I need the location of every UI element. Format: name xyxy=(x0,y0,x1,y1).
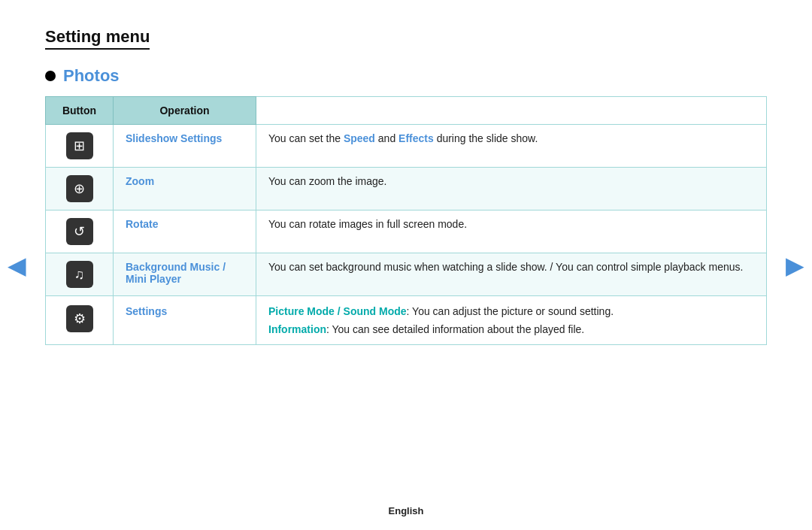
description-cell: You can rotate images in full screen mod… xyxy=(256,210,767,253)
description-paragraph-1: Picture Mode / Sound Mode: You can adjus… xyxy=(268,305,754,317)
label-cell: Background Music /Mini Player xyxy=(114,253,256,296)
section-title: Photos xyxy=(63,66,120,86)
description-cell: You can set background music when watchi… xyxy=(256,253,767,296)
button-cell: ♫ xyxy=(46,253,114,296)
table-header-row: Button Operation xyxy=(46,97,767,125)
description-cell: You can set the Speed and Effects during… xyxy=(256,125,767,168)
zoom-icon: ⊕ xyxy=(66,175,93,202)
picture-sound-mode-link: Picture Mode / Sound Mode xyxy=(268,305,407,317)
col-operation-header: Operation xyxy=(114,97,256,125)
table-row: ↺RotateYou can rotate images in full scr… xyxy=(46,210,767,253)
button-cell: ⊞ xyxy=(46,125,114,168)
rotate-icon: ↺ xyxy=(66,218,93,245)
nav-arrow-left[interactable]: ◀ xyxy=(8,251,26,280)
feature-label: Settings xyxy=(126,305,167,317)
nav-arrow-right[interactable]: ▶ xyxy=(786,251,804,280)
description-cell: You can zoom the image. xyxy=(256,168,767,210)
description-text: Speed xyxy=(344,132,375,144)
table-row: ⊞Slideshow SettingsYou can set the Speed… xyxy=(46,125,767,168)
table-row: ⚙SettingsPicture Mode / Sound Mode: You … xyxy=(46,296,767,345)
description-text: You can zoom the image. xyxy=(268,175,386,187)
information-link: Information xyxy=(268,323,326,335)
label-cell: Zoom xyxy=(114,168,256,210)
label-cell: Slideshow Settings xyxy=(114,125,256,168)
description-paragraph-2: Information: You can see detailed inform… xyxy=(268,323,754,335)
section-header: Photos xyxy=(45,66,767,86)
description-text: You can set background music when watchi… xyxy=(268,261,743,273)
feature-label: Slideshow Settings xyxy=(126,132,222,144)
description-text: during the slide show. xyxy=(434,132,538,144)
table-row: ⊕ZoomYou can zoom the image. xyxy=(46,168,767,210)
description-text: and xyxy=(375,132,398,144)
description-text: You can rotate images in full screen mod… xyxy=(268,218,467,230)
description-text: You can set the xyxy=(268,132,344,144)
col-button-header: Button xyxy=(46,97,114,125)
feature-label: Background Music /Mini Player xyxy=(126,261,226,285)
settings-icon: ⚙ xyxy=(66,305,93,332)
description-cell: Picture Mode / Sound Mode: You can adjus… xyxy=(256,296,767,345)
button-cell: ↺ xyxy=(46,210,114,253)
grid-icon: ⊞ xyxy=(66,132,93,159)
feature-label: Zoom xyxy=(126,175,154,187)
music-icon: ♫ xyxy=(66,261,93,288)
label-cell: Rotate xyxy=(114,210,256,253)
label-cell: Settings xyxy=(114,296,256,345)
description-text: Effects xyxy=(398,132,434,144)
button-cell: ⊕ xyxy=(46,168,114,210)
feature-label: Rotate xyxy=(126,218,159,230)
page-wrapper: Setting menu Photos Button Operation ⊞Sl… xyxy=(0,0,812,360)
page-title: Setting menu xyxy=(45,27,150,50)
table-row: ♫Background Music /Mini PlayerYou can se… xyxy=(46,253,767,296)
button-cell: ⚙ xyxy=(46,296,114,345)
section-bullet xyxy=(45,71,56,81)
footer-language: English xyxy=(0,505,812,516)
settings-table: Button Operation ⊞Slideshow SettingsYou … xyxy=(45,96,767,345)
